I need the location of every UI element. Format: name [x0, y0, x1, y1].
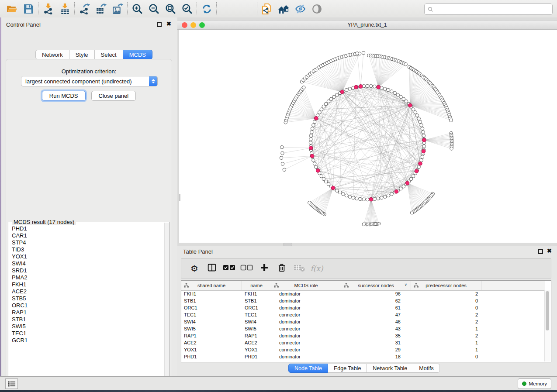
graph-node[interactable] [313, 162, 316, 165]
graph-node[interactable] [422, 134, 426, 138]
graph-node[interactable] [309, 134, 313, 138]
graph-node[interactable] [315, 165, 318, 169]
graph-node[interactable] [393, 91, 397, 95]
graph-hub-node[interactable] [415, 169, 419, 173]
gear-button[interactable]: ⚙ [186, 261, 203, 276]
graph-node[interactable] [362, 198, 366, 201]
graph-node[interactable] [399, 95, 403, 99]
graph-node[interactable] [312, 158, 315, 162]
graph-node[interactable] [396, 93, 400, 96]
network-scrollbar-thumb[interactable] [179, 194, 180, 201]
network-window-titlebar[interactable]: YPA_prune.txt_1 [177, 20, 557, 30]
graph-node[interactable] [312, 124, 315, 127]
mcds-result-item[interactable]: TID3 [8, 246, 164, 253]
graph-node[interactable] [415, 114, 419, 117]
open-folder-button[interactable] [3, 2, 20, 16]
graph-hub-node[interactable] [405, 181, 409, 185]
mcds-result-item[interactable]: ORC1 [8, 302, 164, 309]
graph-node[interactable] [422, 131, 425, 134]
close-panel-button[interactable]: Close panel [91, 91, 136, 101]
table-row[interactable]: FKH1FKH1dominator962 [181, 290, 545, 297]
table-row[interactable]: TEC1TEC1connector472 [181, 311, 545, 318]
mcds-result-item[interactable]: SWI5 [8, 323, 164, 330]
graph-node[interactable] [342, 193, 345, 196]
graph-node[interactable] [412, 108, 415, 111]
graph-hub-node[interactable] [316, 169, 320, 173]
close-panel-icon[interactable]: ✖ [166, 21, 171, 27]
zoom-out-button[interactable] [145, 2, 162, 16]
graph-hub-node[interactable] [377, 85, 381, 89]
graph-node[interactable] [339, 191, 342, 194]
network-canvas[interactable] [179, 30, 557, 243]
close-table-panel-icon[interactable]: ✖ [547, 248, 552, 254]
graph-node[interactable] [322, 105, 325, 108]
graph-node[interactable] [309, 141, 312, 144]
zoom-fit-button[interactable] [162, 2, 179, 16]
export-table-button[interactable] [93, 2, 109, 16]
graph-node[interactable] [450, 147, 453, 151]
table-row[interactable]: RAP1RAP1dominator352 [181, 332, 545, 339]
graph-node[interactable] [390, 193, 394, 196]
graph-node[interactable] [280, 156, 283, 160]
run-mcds-button[interactable]: Run MCDS [42, 91, 86, 101]
table-row[interactable]: SWI4SWI4dominator462 [181, 318, 545, 325]
graph-node[interactable] [318, 111, 321, 114]
graph-node[interactable] [329, 97, 333, 101]
table-row[interactable]: ACE2ACE2connector311 [181, 339, 545, 346]
graph-hub-node[interactable] [354, 85, 358, 89]
mcds-result-item[interactable]: STB1 [8, 316, 164, 323]
graph-node[interactable] [404, 62, 408, 66]
table-scrollbar-thumb[interactable] [546, 291, 549, 330]
graph-node[interactable] [383, 87, 387, 91]
graph-node[interactable] [417, 117, 421, 120]
graph-node[interactable] [280, 145, 284, 149]
tab-network[interactable]: Network [35, 50, 69, 59]
graph-node[interactable] [348, 87, 352, 91]
graph-node[interactable] [449, 119, 453, 122]
tab-select[interactable]: Select [95, 50, 123, 59]
graph-node[interactable] [310, 131, 314, 134]
tab-mcds[interactable]: MCDS [123, 50, 152, 59]
mcds-result-item[interactable]: PHD1 [8, 225, 164, 232]
graph-hub-node[interactable] [359, 85, 363, 89]
graph-node[interactable] [414, 111, 417, 114]
graph-node[interactable] [281, 162, 284, 166]
graph-node[interactable] [313, 120, 316, 124]
graph-node[interactable] [383, 195, 387, 199]
tab-style[interactable]: Style [69, 50, 95, 59]
hide-eye-button[interactable] [292, 2, 308, 16]
graph-hub-node[interactable] [309, 146, 313, 150]
tab-node-table[interactable]: Node Table [288, 364, 328, 373]
graph-node[interactable] [362, 223, 366, 226]
table-row[interactable]: PHD1PHD1dominator180 [181, 353, 545, 360]
graph-node[interactable] [324, 102, 328, 106]
graph-node[interactable] [373, 85, 376, 88]
graph-hub-node[interactable] [408, 103, 412, 107]
tab-network-table[interactable]: Network Table [367, 364, 413, 373]
graph-node[interactable] [345, 194, 348, 197]
graph-node[interactable] [320, 175, 323, 178]
graph-hub-node[interactable] [422, 138, 426, 142]
tab-motifs[interactable]: Motifs [413, 364, 439, 373]
graph-hub-node[interactable] [310, 154, 314, 158]
graph-node[interactable] [417, 165, 421, 169]
graph-node[interactable] [308, 201, 311, 205]
graph-node[interactable] [405, 100, 408, 103]
import-table-button[interactable] [56, 2, 73, 16]
save-button[interactable] [20, 2, 37, 16]
mcds-result-item[interactable]: CAR1 [8, 232, 164, 239]
graph-hub-node[interactable] [314, 117, 318, 120]
graph-node[interactable] [345, 88, 348, 92]
graph-hub-node[interactable] [394, 189, 398, 193]
column-header-shared-name[interactable]: shared name [181, 281, 242, 290]
graph-node[interactable] [410, 211, 414, 214]
mcds-result-item[interactable]: SWI4 [8, 260, 164, 267]
table-row[interactable]: STB1STB1dominator620 [181, 297, 545, 304]
select-all-button[interactable] [221, 261, 238, 276]
graph-node[interactable] [380, 196, 384, 199]
graph-node[interactable] [421, 155, 424, 159]
graph-node[interactable] [324, 180, 328, 183]
graph-node[interactable] [336, 93, 339, 96]
mcds-result-item[interactable]: TEC1 [8, 330, 164, 337]
table-row[interactable]: ORC1ORC1dominator610 [181, 304, 545, 311]
